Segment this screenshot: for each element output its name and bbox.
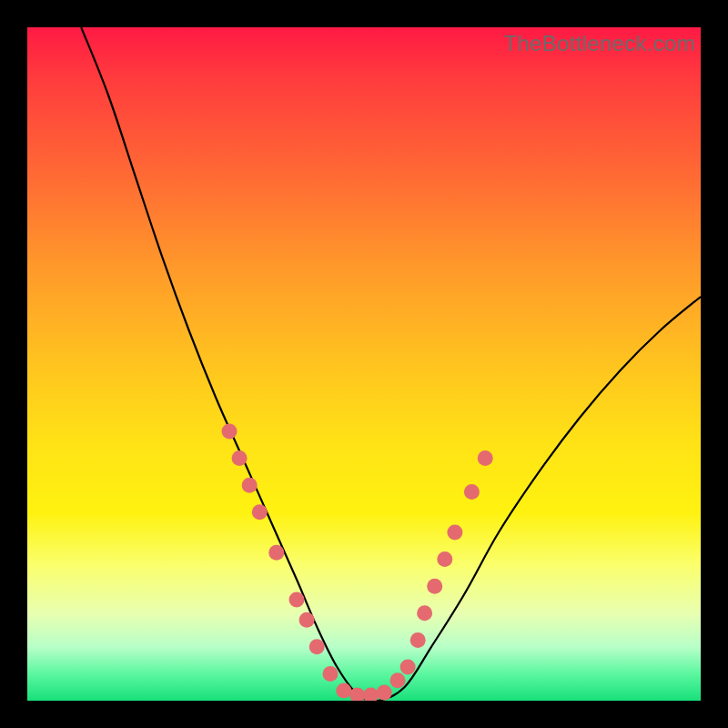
data-marker bbox=[252, 504, 268, 520]
data-marker bbox=[336, 682, 351, 698]
data-marker bbox=[447, 525, 462, 541]
data-marker bbox=[222, 424, 238, 440]
data-marker bbox=[464, 484, 480, 500]
data-marker bbox=[232, 450, 248, 466]
data-marker bbox=[242, 478, 258, 493]
data-marker bbox=[323, 666, 339, 682]
data-marker bbox=[377, 685, 392, 701]
data-marker bbox=[299, 612, 315, 628]
data-marker bbox=[268, 545, 284, 561]
data-marker bbox=[363, 688, 379, 701]
curve-layer bbox=[27, 27, 701, 701]
data-marker bbox=[427, 579, 442, 594]
data-markers bbox=[222, 424, 493, 702]
data-marker bbox=[400, 660, 416, 675]
data-marker bbox=[437, 551, 452, 567]
data-marker bbox=[417, 605, 432, 621]
data-marker bbox=[390, 672, 406, 688]
plot-area: TheBottleneck.com bbox=[27, 27, 701, 701]
data-marker bbox=[309, 639, 325, 654]
watermark-text: TheBottleneck.com bbox=[503, 31, 695, 56]
chart-frame: { "watermark": "TheBottleneck.com", "col… bbox=[0, 0, 728, 728]
data-marker bbox=[410, 632, 426, 648]
data-marker bbox=[289, 592, 305, 608]
bottleneck-curve bbox=[81, 27, 701, 701]
data-marker bbox=[478, 450, 493, 466]
